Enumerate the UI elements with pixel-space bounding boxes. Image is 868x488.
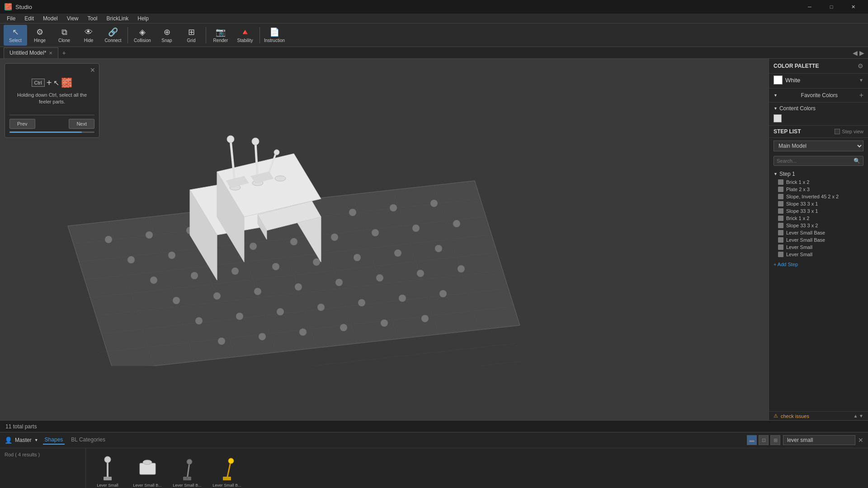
step-search-input[interactable] [777,158,854,164]
viewport[interactable]: ✕ Ctrl + ↖ 🧱 Holding down Ctrl, select a… [0,59,769,420]
step-item-brick-1x2-2[interactable]: Brick 1 x 2 [769,215,868,222]
brick-icon-3 [778,194,783,199]
notice-expand-icon[interactable]: ▲ ▼ [853,413,863,418]
master-label: Master [15,437,32,443]
statusbar: 11 total parts [0,420,868,432]
nav-left-icon[interactable]: ◀ [853,49,858,56]
step-item-plate-2x3[interactable]: Plate 2 x 3 [769,186,868,193]
brick-icon-6 [778,216,783,221]
color-palette-filter-icon[interactable]: ⚙ [858,62,863,70]
step-item-slope33-3x2[interactable]: Slope 33 3 x 2 [769,222,868,229]
part-name-4: Lever Small B... [212,483,241,488]
step-item-slope33-2[interactable]: Slope 33 3 x 1 [769,207,868,215]
view-grid-button[interactable]: ⊞ [770,435,780,445]
minimize-button[interactable]: ─ [799,0,820,14]
close-button[interactable]: ✕ [843,0,863,14]
step-item-slope-inv[interactable]: Slope, Inverted 45 2 x 2 [769,193,868,200]
step-item-lever-base-2[interactable]: Lever Small Base [769,236,868,244]
svg-point-84 [274,150,279,155]
svg-point-49 [435,245,442,252]
step-item-lever-small-1[interactable]: Lever Small [769,244,868,251]
svg-point-31 [390,204,397,211]
step-item-slope33-1[interactable]: Slope 33 3 x 1 [769,200,868,207]
content-color-swatch[interactable] [774,114,782,122]
menu-view[interactable]: View [62,14,83,23]
view-list-button[interactable]: ▬ [747,435,757,445]
svg-point-57 [458,265,465,272]
svg-point-36 [250,243,257,250]
parts-search-clear-button[interactable]: ✕ [858,436,863,444]
lever-small-base-1-svg [135,454,160,481]
svg-point-67 [299,328,307,336]
tab-shapes[interactable]: Shapes [43,436,65,445]
tab-label: Untitled Model* [9,50,46,56]
tool-connect[interactable]: 🔗 Connect [101,25,125,46]
step-item-lever-small-2[interactable]: Lever Small [769,251,868,258]
favorite-colors-header[interactable]: ▼ Favorite Colors + [774,91,863,99]
part-item-lever-small-base-1[interactable]: Lever Small B... [129,452,165,488]
step-item-label: Slope, Inverted 45 2 x 2 [786,194,839,199]
step-view-toggle[interactable]: Step view [835,129,863,134]
menu-file[interactable]: File [2,14,20,23]
master-select[interactable]: 👤 Master ▼ [5,436,38,444]
nav-right-icon[interactable]: ▶ [859,49,864,56]
menu-bricklink[interactable]: BrickLink [102,14,133,23]
step-view-checkbox[interactable] [835,129,840,134]
tutorial-close-button[interactable]: ✕ [90,66,95,74]
tool-hinge[interactable]: ⚙ Hinge [28,25,52,46]
svg-point-30 [349,209,356,216]
check-issues-notice[interactable]: ⚠ check issues ▲ ▼ [769,412,868,420]
menubar: File Edit Model View Tool BrickLink Help [0,14,868,23]
maximize-button[interactable]: □ [821,0,842,14]
tutorial-prev-button[interactable]: Prev [9,119,35,129]
view-detail-button[interactable]: ⊡ [759,435,769,445]
part-item-lever-small-base-2[interactable]: Lever Small B... [169,452,205,488]
svg-point-42 [150,277,157,284]
color-name-label: White [785,77,856,84]
svg-point-46 [313,258,320,266]
part-item-lever-small[interactable]: Lever Small [90,452,126,488]
window-controls: ─ □ ✕ [799,0,863,14]
color-dropdown-icon[interactable]: ▼ [859,78,863,83]
tutorial-next-button[interactable]: Next [69,119,94,129]
tool-snap[interactable]: ⊕ Snap [155,25,179,46]
tool-hide[interactable]: 👁 Hide [77,25,100,46]
svg-point-44 [231,267,239,275]
tab-untitled-model[interactable]: Untitled Model* ✕ [4,47,58,58]
step-item-brick-1x2-1[interactable]: Brick 1 x 2 [769,178,868,186]
step-model-select[interactable]: Main Model [774,141,863,151]
menu-tool[interactable]: Tool [83,14,102,23]
add-tab-button[interactable]: + [58,48,69,58]
svg-point-69 [381,319,388,327]
svg-point-38 [331,234,338,241]
tool-instruction[interactable]: 📄 Instruction [263,25,286,46]
tool-render-label: Render [213,38,228,43]
tool-collision[interactable]: ◈ Collision [131,25,154,46]
tool-grid[interactable]: ⊞ Grid [179,25,203,46]
tool-select[interactable]: ↖ Select [4,25,27,46]
step-1-header[interactable]: ▼ Step 1 [769,169,868,178]
brick-icon-1 [778,179,783,185]
tool-snap-label: Snap [161,38,172,43]
tool-instruction-label: Instruction [264,38,285,43]
svg-point-32 [430,200,438,207]
tool-clone[interactable]: ⧉ Clone [52,25,76,46]
brick-icon-5 [778,208,783,214]
add-favorite-color-button[interactable]: + [859,91,863,99]
content-colors-header[interactable]: ▼ Content Colors [774,105,863,112]
categories-panel: Rod ( 4 results ) [0,448,86,488]
step-item-lever-base-1[interactable]: Lever Small Base [769,229,868,236]
part-item-lever-small-base-3[interactable]: Lever Small B... [209,452,245,488]
tab-bl-categories[interactable]: BL Categories [69,436,107,445]
menu-edit[interactable]: Edit [20,14,38,23]
add-step-button[interactable]: + Add Step [769,260,868,269]
menu-help[interactable]: Help [133,14,153,23]
tab-close-button[interactable]: ✕ [49,51,52,56]
parts-search-input[interactable] [783,435,855,445]
tool-render[interactable]: 📷 Render [209,25,232,46]
svg-point-62 [358,299,365,306]
menu-model[interactable]: Model [38,14,62,23]
lever-small-svg [95,454,120,481]
tool-stability[interactable]: 🔺 Stability [233,25,257,46]
color-swatch-white[interactable] [774,75,783,84]
